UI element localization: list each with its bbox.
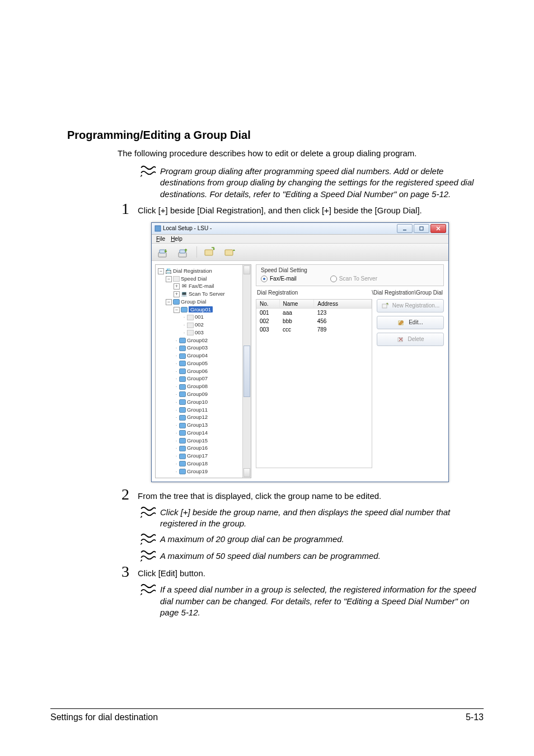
- page-footer: Settings for dial destination 5-13: [50, 708, 484, 722]
- tree-group-item[interactable]: ·Group02: [158, 337, 250, 344]
- speed-dial-setting-panel: Speed Dial Setting Fax/E-mail Scan To Se…: [256, 264, 444, 286]
- svg-rect-8: [225, 250, 233, 255]
- note-5-text: If a speed dial number in a group is sel…: [160, 584, 484, 618]
- menu-help[interactable]: Help: [171, 236, 182, 242]
- tree-group-item[interactable]: ·Group19: [158, 468, 250, 475]
- tree-group-item[interactable]: ·Group05: [158, 360, 250, 367]
- tree-group-item[interactable]: ·Group08: [158, 382, 250, 390]
- step-3: 3 Click [Edit] button.: [118, 566, 484, 580]
- minimize-button[interactable]: [397, 224, 413, 233]
- new-registration-button[interactable]: New Registration...: [377, 299, 444, 312]
- svg-rect-6: [180, 250, 185, 253]
- right-pane-left-label: Dial Registration: [257, 290, 298, 296]
- close-button[interactable]: [430, 224, 446, 233]
- col-name[interactable]: Name: [279, 300, 314, 309]
- right-pane-title-row: Dial Registration \Dial Registration\Gro…: [257, 290, 443, 296]
- col-no[interactable]: No.: [256, 300, 279, 309]
- tree-group01-selected[interactable]: Group01: [189, 306, 213, 312]
- tree-group-dial[interactable]: Group Dial: [181, 298, 206, 305]
- radio-dot-checked-icon: [261, 276, 268, 282]
- tree-pane: −📇Dial Registration −Speed Dial +✉Fax/E-…: [155, 264, 251, 478]
- tree-group-item[interactable]: ·Group04: [158, 352, 250, 360]
- tree-group-item[interactable]: ·Group17: [158, 452, 250, 460]
- tree-leaf-001[interactable]: 001: [195, 314, 204, 320]
- tree-group-item[interactable]: ·Group18: [158, 460, 250, 468]
- tree-leaf-003[interactable]: 003: [195, 329, 204, 335]
- step-1-text: Click [+] beside [Dial Registration], an…: [138, 204, 484, 216]
- radio-dot-icon: [330, 276, 337, 282]
- edit-button[interactable]: Edit...: [377, 316, 444, 329]
- tree-group-item[interactable]: ·Group03: [158, 344, 250, 352]
- tree-scrollbar[interactable]: [242, 265, 251, 478]
- toolbar-separator: [196, 246, 197, 258]
- footer-rule: [50, 708, 484, 709]
- note-4: A maximum of 50 speed dial numbers can b…: [140, 549, 484, 563]
- toolbar-upload-to-device-icon[interactable]: [176, 246, 191, 258]
- note-3: A maximum of 20 group dial can be progra…: [140, 533, 484, 546]
- tree-scan-to-server[interactable]: Scan To Server: [189, 291, 225, 297]
- tree-group-item[interactable]: ·Group15: [158, 437, 250, 445]
- dial-list-table[interactable]: No. Name Address 001 aaa: [256, 299, 372, 468]
- note-5: If a speed dial number in a group is sel…: [140, 583, 484, 618]
- toolbar-download-from-device-icon[interactable]: [156, 246, 171, 258]
- tree-group-item[interactable]: ·Group07: [158, 375, 250, 382]
- tree-fax-email[interactable]: Fax/E-mail: [189, 283, 214, 289]
- toolbar-import-icon[interactable]: [203, 246, 217, 258]
- table-row[interactable]: 002 bbb 456: [256, 317, 372, 325]
- step-1-number: 1: [118, 201, 133, 217]
- scroll-down-button[interactable]: [243, 468, 250, 477]
- tree-group-item[interactable]: ·Group14: [158, 429, 250, 437]
- tree-root[interactable]: Dial Registration: [173, 268, 212, 274]
- tree-group-item[interactable]: ·Group16: [158, 444, 250, 452]
- note-1-text: Program group dialing after programming …: [160, 166, 484, 200]
- app-icon: [154, 225, 162, 232]
- window-body: −📇Dial Registration −Speed Dial +✉Fax/E-…: [152, 261, 448, 482]
- delete-button[interactable]: Delete: [377, 333, 444, 346]
- step-3-text: Click [Edit] button.: [138, 567, 484, 579]
- table-row[interactable]: 001 aaa 123: [256, 308, 372, 317]
- menu-bar: File Help: [152, 235, 448, 244]
- note-icon: [140, 549, 157, 563]
- tree-group-item[interactable]: ·Group12: [158, 413, 250, 421]
- tree-speed-dial[interactable]: Speed Dial: [181, 276, 207, 282]
- step-2: 2 From the tree that is displayed, click…: [118, 489, 484, 502]
- note-icon: [140, 165, 157, 178]
- table-row[interactable]: 003 ccc 789: [256, 325, 372, 334]
- note-icon: [140, 583, 157, 596]
- speed-dial-setting-label: Speed Dial Setting: [261, 267, 439, 273]
- note-2: Click [+] beside the group name, and the…: [140, 506, 484, 530]
- note-4-text: A maximum of 50 speed dial numbers can b…: [160, 550, 484, 562]
- svg-rect-0: [155, 226, 161, 231]
- svg-rect-1: [403, 230, 406, 231]
- step-1: 1 Click [+] beside [Dial Registration], …: [118, 203, 484, 217]
- col-address[interactable]: Address: [314, 300, 372, 309]
- tree[interactable]: −📇Dial Registration −Speed Dial +✉Fax/E-…: [156, 265, 251, 478]
- note-icon: [140, 506, 157, 519]
- intro-paragraph: The following procedure describes how to…: [118, 147, 484, 159]
- tree-leaf-002[interactable]: 002: [195, 321, 204, 328]
- maximize-button[interactable]: [414, 224, 429, 233]
- toolbar-export-icon[interactable]: [223, 246, 237, 258]
- tree-group-item[interactable]: ·Group09: [158, 390, 250, 398]
- scroll-thumb[interactable]: [243, 346, 250, 397]
- edit-icon: [397, 319, 405, 326]
- svg-rect-7: [205, 250, 213, 255]
- footer-left: Settings for dial destination: [50, 712, 158, 722]
- page: Programming/Editing a Group Dial The fol…: [0, 0, 534, 756]
- button-column: New Registration... Edit...: [377, 299, 444, 468]
- window-buttons: [397, 224, 446, 233]
- note-icon: [140, 533, 157, 546]
- scroll-up-button[interactable]: [243, 265, 250, 274]
- tree-group-item[interactable]: ·Group06: [158, 367, 250, 375]
- tree-group-item[interactable]: ·Group10: [158, 398, 250, 406]
- tree-group-item[interactable]: ·Group11: [158, 406, 250, 414]
- tree-group-item[interactable]: ·Group13: [158, 421, 250, 429]
- menu-file[interactable]: File: [156, 236, 165, 242]
- radio-scan-to-server[interactable]: Scan To Server: [330, 276, 377, 282]
- radio-fax-email[interactable]: Fax/E-mail: [261, 276, 297, 282]
- step-2-number: 2: [118, 487, 133, 502]
- svg-rect-9: [382, 304, 387, 308]
- content-area: Programming/Editing a Group Dial The fol…: [67, 129, 484, 618]
- toolbar: [152, 244, 448, 261]
- window-title: Local Setup - LSU -: [162, 225, 397, 231]
